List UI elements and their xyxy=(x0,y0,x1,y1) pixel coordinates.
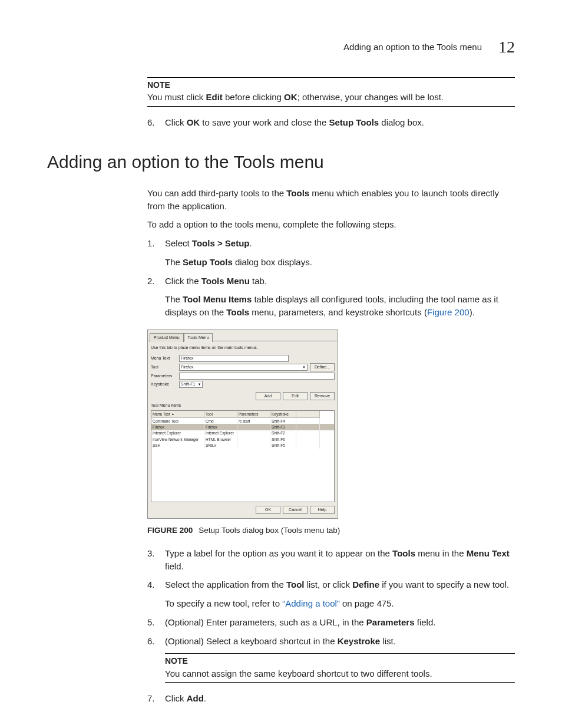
t: field. xyxy=(415,617,436,627)
sort-asc-icon: ▲ xyxy=(171,412,174,416)
dialog-description: Use this tab to place menu items on the … xyxy=(148,341,337,354)
t: Select the application from the xyxy=(165,579,286,589)
step-body: Type a label for the option as you want … xyxy=(165,547,515,573)
ok-button[interactable]: OK xyxy=(256,506,280,514)
step-number: 5. xyxy=(147,616,159,629)
label-parameters: Parameters xyxy=(151,373,177,379)
cell-parameters xyxy=(237,424,270,430)
cross-reference-link[interactable]: “Adding a tool” xyxy=(282,598,340,608)
cell-menu_text: Command Tool xyxy=(151,418,204,424)
dropdown-keystroke[interactable]: Shift-F1 ▼ xyxy=(179,381,203,388)
t: list, or click xyxy=(305,579,353,589)
help-button[interactable]: Help xyxy=(310,506,335,514)
t: (Optional) Select a keyboard shortcut in… xyxy=(165,636,338,646)
cell-keystroke: Shift-F4 xyxy=(270,418,296,424)
t: menu in the xyxy=(415,548,467,558)
dropdown-keystroke-value: Shift-F1 xyxy=(181,381,196,387)
t-bold: Menu Text xyxy=(467,548,510,558)
t: list. xyxy=(380,636,396,646)
label-tool: Tool xyxy=(151,364,177,370)
t-bold: Tools xyxy=(392,548,415,558)
note-block: NOTE You cannot assign the same keyboard… xyxy=(165,653,515,683)
remove-button[interactable]: Remove xyxy=(310,392,335,400)
table-row[interactable]: SSHSN8.xShift-F5 xyxy=(151,443,334,449)
t: To specify a new tool, refer to xyxy=(165,598,282,608)
chevron-down-icon: ▼ xyxy=(302,365,306,370)
figure-caption: FIGURE 200Setup Tools dialog box (Tools … xyxy=(147,525,515,536)
input-parameters[interactable] xyxy=(179,373,335,380)
step-sub: To specify a new tool, refer to “Adding … xyxy=(165,597,515,610)
table-row[interactable]: IronView Network ManagerHTML BrowserShif… xyxy=(151,436,334,442)
cancel-button[interactable]: Cancel xyxy=(283,506,308,514)
edit-button[interactable]: Edit xyxy=(283,392,308,400)
t-bold: Define xyxy=(352,579,379,589)
cell-keystroke: Shift-F6 xyxy=(270,436,296,442)
chevron-down-icon: ▼ xyxy=(198,382,201,387)
define-button[interactable]: Define... xyxy=(310,363,335,371)
step-body: (Optional) Select a keyboard shortcut in… xyxy=(165,635,515,648)
note-mid: before clicking xyxy=(223,92,284,102)
t-bold: Tools xyxy=(226,307,249,317)
t-bold: Add xyxy=(187,693,204,703)
col-tool[interactable]: Tool xyxy=(204,411,237,418)
add-button[interactable]: Add xyxy=(256,392,280,400)
step-body: Click Add. xyxy=(165,692,515,705)
t: tab. xyxy=(250,276,267,286)
cell-keystroke: Shift-F2 xyxy=(270,430,296,436)
input-menu-text[interactable]: Firefox xyxy=(179,355,289,362)
cell-tool: SN8.x xyxy=(204,443,237,449)
t-bold: Setup Tools xyxy=(183,257,233,267)
cell-parameters xyxy=(237,436,270,442)
cell-tool: Cmd xyxy=(204,418,237,424)
col-keystroke[interactable]: Keystroke xyxy=(270,411,296,418)
t: dialog box. xyxy=(379,117,424,127)
t: Click xyxy=(165,693,187,703)
t: The xyxy=(165,257,183,267)
table-row[interactable]: Command ToolCmd/c startShift-F4 xyxy=(151,418,334,424)
label-menu-text: Menu Text xyxy=(151,355,177,361)
section-heading: Adding an option to the Tools menu xyxy=(47,149,515,175)
step-body: (Optional) Enter parameters, such as a U… xyxy=(165,616,515,629)
step-body: Select the application from the Tool lis… xyxy=(165,578,515,591)
table-empty-area xyxy=(151,449,334,502)
t-bold: Tool xyxy=(286,579,305,589)
cell-menu_text: SSH xyxy=(151,443,204,449)
figure-reference-link[interactable]: Figure 200 xyxy=(427,307,470,317)
cell-spacer xyxy=(296,436,320,442)
note-block: NOTE You must click Edit before clicking… xyxy=(147,77,515,107)
t: Click xyxy=(165,117,187,127)
cell-tool: Firefox xyxy=(204,424,237,430)
dropdown-tool[interactable]: Firefox ▼ xyxy=(179,364,308,371)
t-bold: Tools Menu xyxy=(201,276,250,286)
col-parameters[interactable]: Parameters xyxy=(237,411,270,418)
step-number: 4. xyxy=(147,578,159,610)
t: . xyxy=(250,238,252,248)
step-body: Select Tools > Setup. xyxy=(165,237,515,250)
note-text: You must click Edit before clicking OK; … xyxy=(147,91,515,104)
col-menu-text[interactable]: Menu Text▲ xyxy=(151,411,204,418)
step-number: 1. xyxy=(147,237,159,269)
t-bold: Tools > Setup xyxy=(192,238,250,248)
t-bold: Keystroke xyxy=(338,636,381,646)
t: You can add third-party tools to the xyxy=(147,188,286,198)
figure-caption-text: Setup Tools dialog box (Tools menu tab) xyxy=(199,526,340,535)
step-sub: The Tool Menu Items table displays all c… xyxy=(165,293,515,319)
cell-tool: HTML Browser xyxy=(204,436,237,442)
step-number: 2. xyxy=(147,275,159,319)
step-sub: The Setup Tools dialog box displays. xyxy=(165,256,515,269)
col-spacer xyxy=(296,411,320,418)
tab-product-menu[interactable]: Product Menu xyxy=(150,333,184,342)
col-label: Menu Text xyxy=(153,411,170,417)
t: menu, parameters, and keystroke shortcut… xyxy=(249,307,427,317)
table-row[interactable]: Internet ExplorerInternet ExplorerShift-… xyxy=(151,430,334,436)
step-number: 6. xyxy=(147,116,159,129)
table-row[interactable]: FirefoxFirefoxShift-F1 xyxy=(151,424,334,430)
note-edit-bold: Edit xyxy=(206,92,223,102)
t: Click the xyxy=(165,276,201,286)
step-body: Click OK to save your work and close the… xyxy=(165,116,515,129)
tab-tools-menu[interactable]: Tools Menu xyxy=(184,333,213,342)
t-bold: Tools xyxy=(286,188,309,198)
t-bold: Setup Tools xyxy=(329,117,379,127)
note-post: ; otherwise, your changes will be lost. xyxy=(297,92,444,102)
t: on page 475. xyxy=(340,598,394,608)
